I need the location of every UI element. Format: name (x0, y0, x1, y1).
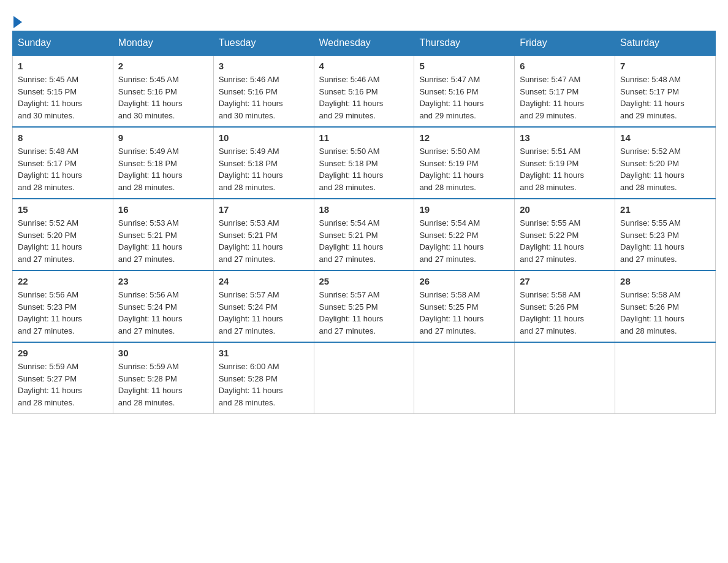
day-info: Sunrise: 5:50 AMSunset: 5:18 PMDaylight:… (319, 147, 384, 192)
day-info: Sunrise: 5:55 AMSunset: 5:23 PMDaylight:… (620, 218, 684, 264)
day-info: Sunrise: 6:00 AMSunset: 5:28 PMDaylight:… (219, 362, 283, 407)
logo-general-text (12, 18, 22, 28)
calendar-cell: 24 Sunrise: 5:57 AMSunset: 5:24 PMDaylig… (213, 270, 314, 342)
day-info: Sunrise: 5:49 AMSunset: 5:18 PMDaylight:… (219, 147, 283, 192)
day-info: Sunrise: 5:46 AMSunset: 5:16 PMDaylight:… (219, 75, 283, 120)
day-info: Sunrise: 5:57 AMSunset: 5:24 PMDaylight:… (219, 290, 283, 335)
calendar-cell: 23 Sunrise: 5:56 AMSunset: 5:24 PMDaylig… (113, 270, 213, 342)
day-info: Sunrise: 5:58 AMSunset: 5:26 PMDaylight:… (620, 290, 684, 335)
calendar-cell (515, 342, 615, 414)
day-number: 21 (620, 204, 710, 215)
calendar-cell: 3 Sunrise: 5:46 AMSunset: 5:16 PMDayligh… (213, 55, 314, 127)
calendar-cell: 14 Sunrise: 5:52 AMSunset: 5:20 PMDaylig… (615, 127, 716, 199)
day-info: Sunrise: 5:56 AMSunset: 5:23 PMDaylight:… (18, 290, 82, 335)
weekday-header-friday: Friday (515, 31, 615, 56)
calendar-cell (314, 342, 414, 414)
day-number: 28 (620, 276, 710, 286)
calendar-cell: 8 Sunrise: 5:48 AMSunset: 5:17 PMDayligh… (13, 127, 113, 199)
day-number: 1 (18, 61, 108, 71)
day-info: Sunrise: 5:59 AMSunset: 5:27 PMDaylight:… (18, 362, 82, 407)
week-row-2: 8 Sunrise: 5:48 AMSunset: 5:17 PMDayligh… (13, 127, 716, 199)
day-info: Sunrise: 5:50 AMSunset: 5:19 PMDaylight:… (419, 147, 483, 192)
calendar-cell: 31 Sunrise: 6:00 AMSunset: 5:28 PMDaylig… (213, 342, 314, 414)
calendar-cell: 20 Sunrise: 5:55 AMSunset: 5:22 PMDaylig… (515, 199, 615, 270)
day-number: 29 (18, 348, 108, 358)
day-number: 22 (18, 276, 108, 286)
calendar-cell: 30 Sunrise: 5:59 AMSunset: 5:28 PMDaylig… (113, 342, 213, 414)
calendar-cell: 1 Sunrise: 5:45 AMSunset: 5:15 PMDayligh… (13, 55, 113, 127)
day-number: 18 (319, 204, 409, 215)
day-number: 26 (419, 276, 509, 286)
day-number: 20 (520, 204, 610, 215)
week-row-1: 1 Sunrise: 5:45 AMSunset: 5:15 PMDayligh… (13, 55, 716, 127)
calendar-cell: 5 Sunrise: 5:47 AMSunset: 5:16 PMDayligh… (414, 55, 515, 127)
weekday-header-tuesday: Tuesday (213, 31, 314, 56)
day-info: Sunrise: 5:51 AMSunset: 5:19 PMDaylight:… (520, 147, 584, 192)
weekday-header-sunday: Sunday (13, 31, 113, 56)
day-number: 17 (219, 204, 309, 215)
day-number: 30 (118, 348, 208, 358)
calendar-cell: 7 Sunrise: 5:48 AMSunset: 5:17 PMDayligh… (615, 55, 716, 127)
calendar-cell: 27 Sunrise: 5:58 AMSunset: 5:26 PMDaylig… (515, 270, 615, 342)
calendar-table: SundayMondayTuesdayWednesdayThursdayFrid… (12, 31, 716, 414)
weekday-header-thursday: Thursday (414, 31, 515, 56)
day-info: Sunrise: 5:47 AMSunset: 5:17 PMDaylight:… (520, 75, 584, 120)
weekday-header-saturday: Saturday (615, 31, 716, 56)
calendar-cell: 12 Sunrise: 5:50 AMSunset: 5:19 PMDaylig… (414, 127, 515, 199)
logo (12, 12, 22, 25)
day-info: Sunrise: 5:47 AMSunset: 5:16 PMDaylight:… (419, 75, 483, 120)
calendar-cell: 13 Sunrise: 5:51 AMSunset: 5:19 PMDaylig… (515, 127, 615, 199)
day-number: 2 (118, 61, 208, 71)
calendar-cell: 21 Sunrise: 5:55 AMSunset: 5:23 PMDaylig… (615, 199, 716, 270)
day-number: 9 (118, 132, 208, 143)
day-info: Sunrise: 5:56 AMSunset: 5:24 PMDaylight:… (118, 290, 183, 335)
day-info: Sunrise: 5:46 AMSunset: 5:16 PMDaylight:… (319, 75, 384, 120)
week-row-4: 22 Sunrise: 5:56 AMSunset: 5:23 PMDaylig… (13, 270, 716, 342)
calendar-cell: 19 Sunrise: 5:54 AMSunset: 5:22 PMDaylig… (414, 199, 515, 270)
calendar-cell: 18 Sunrise: 5:54 AMSunset: 5:21 PMDaylig… (314, 199, 414, 270)
day-number: 23 (118, 276, 208, 286)
day-info: Sunrise: 5:58 AMSunset: 5:26 PMDaylight:… (520, 290, 584, 335)
weekday-header-monday: Monday (113, 31, 213, 56)
day-number: 15 (18, 204, 108, 215)
weekday-header-row: SundayMondayTuesdayWednesdayThursdayFrid… (13, 31, 716, 56)
day-info: Sunrise: 5:57 AMSunset: 5:25 PMDaylight:… (319, 290, 384, 335)
day-info: Sunrise: 5:45 AMSunset: 5:16 PMDaylight:… (118, 75, 183, 120)
day-info: Sunrise: 5:49 AMSunset: 5:18 PMDaylight:… (118, 147, 183, 192)
logo-arrow-icon (13, 16, 22, 28)
day-info: Sunrise: 5:54 AMSunset: 5:21 PMDaylight:… (319, 218, 384, 264)
week-row-3: 15 Sunrise: 5:52 AMSunset: 5:20 PMDaylig… (13, 199, 716, 270)
day-info: Sunrise: 5:59 AMSunset: 5:28 PMDaylight:… (118, 362, 183, 407)
day-info: Sunrise: 5:48 AMSunset: 5:17 PMDaylight:… (620, 75, 684, 120)
calendar-cell: 16 Sunrise: 5:53 AMSunset: 5:21 PMDaylig… (113, 199, 213, 270)
day-info: Sunrise: 5:58 AMSunset: 5:25 PMDaylight:… (419, 290, 483, 335)
day-number: 19 (419, 204, 509, 215)
page-header (12, 12, 716, 25)
day-number: 6 (520, 61, 610, 71)
day-info: Sunrise: 5:55 AMSunset: 5:22 PMDaylight:… (520, 218, 584, 264)
day-number: 16 (118, 204, 208, 215)
calendar-cell (414, 342, 515, 414)
day-number: 31 (219, 348, 309, 358)
day-number: 24 (219, 276, 309, 286)
day-info: Sunrise: 5:54 AMSunset: 5:22 PMDaylight:… (419, 218, 483, 264)
calendar-cell: 29 Sunrise: 5:59 AMSunset: 5:27 PMDaylig… (13, 342, 113, 414)
day-number: 13 (520, 132, 610, 143)
calendar-cell: 2 Sunrise: 5:45 AMSunset: 5:16 PMDayligh… (113, 55, 213, 127)
day-number: 27 (520, 276, 610, 286)
day-number: 11 (319, 132, 409, 143)
day-number: 3 (219, 61, 309, 71)
day-number: 10 (219, 132, 309, 143)
day-number: 25 (319, 276, 409, 286)
day-number: 14 (620, 132, 710, 143)
day-info: Sunrise: 5:48 AMSunset: 5:17 PMDaylight:… (18, 147, 82, 192)
calendar-cell: 4 Sunrise: 5:46 AMSunset: 5:16 PMDayligh… (314, 55, 414, 127)
day-number: 5 (419, 61, 509, 71)
day-number: 12 (419, 132, 509, 143)
calendar-cell: 11 Sunrise: 5:50 AMSunset: 5:18 PMDaylig… (314, 127, 414, 199)
calendar-cell: 25 Sunrise: 5:57 AMSunset: 5:25 PMDaylig… (314, 270, 414, 342)
week-row-5: 29 Sunrise: 5:59 AMSunset: 5:27 PMDaylig… (13, 342, 716, 414)
day-info: Sunrise: 5:52 AMSunset: 5:20 PMDaylight:… (620, 147, 684, 192)
calendar-cell: 6 Sunrise: 5:47 AMSunset: 5:17 PMDayligh… (515, 55, 615, 127)
calendar-cell (615, 342, 716, 414)
